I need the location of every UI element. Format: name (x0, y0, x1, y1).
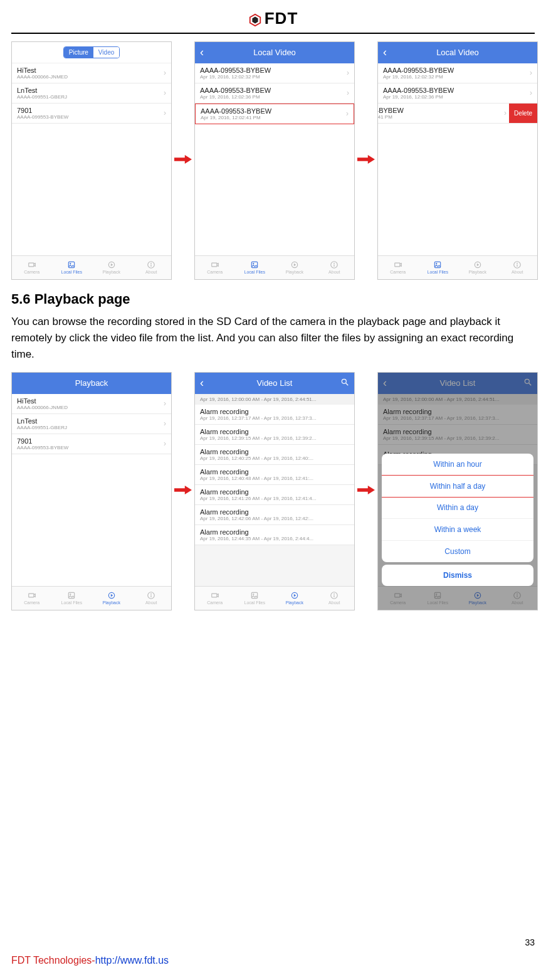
svg-marker-32 (111, 594, 113, 597)
list-item[interactable]: Alarm recordingApr 19, 2016, 12:41:26 AM… (195, 485, 354, 505)
list-item[interactable]: 7901AAAA-099553-BYBEW› (12, 434, 171, 454)
svg-marker-36 (174, 486, 192, 494)
tab-playback[interactable]: Playback (458, 256, 498, 279)
nav-title: Local Video (436, 48, 479, 57)
back-icon[interactable]: ‹ (200, 46, 204, 59)
footer-url: http://www.fdt.us (95, 955, 169, 966)
tab-local-files[interactable]: Local Files (418, 256, 458, 279)
tab-local-files[interactable]: Local Files (52, 587, 92, 610)
arrow-icon (357, 153, 375, 168)
tab-local-files[interactable]: Local Files (52, 256, 92, 279)
svg-rect-29 (69, 592, 75, 598)
tab-camera[interactable]: Camera (195, 587, 235, 610)
svg-marker-1 (252, 16, 258, 23)
tab-about[interactable]: About (315, 587, 355, 610)
tab-camera[interactable]: Camera (12, 587, 52, 610)
svg-point-37 (342, 379, 346, 383)
svg-point-30 (70, 594, 71, 595)
list-item[interactable]: HiTestAAAA-000066-JNMED› (12, 63, 171, 83)
svg-rect-12 (252, 262, 258, 267)
svg-marker-10 (174, 155, 192, 164)
tab-local-files[interactable]: Local Files (235, 587, 275, 610)
filter-option[interactable]: Within a week (382, 519, 533, 541)
screenshot-row-1: Picture Video HiTestAAAA-000066-JNMED›Ln… (11, 41, 535, 280)
list-item[interactable]: AAAA-099553-BYBEWApr 19, 2016, 12:02:36 … (195, 83, 354, 104)
delete-button[interactable]: Delete (509, 104, 537, 123)
svg-rect-2 (29, 263, 34, 267)
phone-video-list: ‹ Video List Apr 19, 2016, 12:00:00 AM -… (194, 372, 355, 610)
nav-segmented: Picture Video (12, 42, 171, 63)
tab-local-files[interactable]: Local Files (235, 256, 275, 279)
action-sheet: Within an hourWithin half a dayWithin a … (382, 454, 533, 586)
list-item[interactable]: Alarm recordingApr 19, 2016, 12:39:15 AM… (195, 425, 354, 445)
arrow-icon (174, 153, 192, 168)
list-item[interactable]: Alarm recordingApr 19, 2016, 12:40:25 AM… (195, 445, 354, 465)
svg-rect-28 (29, 594, 34, 597)
chevron-right-icon: › (164, 88, 166, 97)
footer-company: FDT Technologies- (11, 955, 95, 966)
list-item[interactable]: 7901AAAA-099553-BYBEW› (12, 104, 171, 124)
filter-option[interactable]: Within half a day (382, 475, 533, 498)
screenshot-row-2: Playback HiTestAAAA-000066-JNMED›LnTestA… (11, 372, 535, 610)
logo-icon (248, 12, 262, 26)
list-item[interactable]: Alarm recordingApr 19, 2016, 12:42:06 AM… (195, 505, 354, 525)
section-body: You can browse the recording stored in t… (11, 314, 535, 363)
phone-local-files: Picture Video HiTestAAAA-000066-JNMED›Ln… (11, 41, 172, 280)
list-item[interactable]: Alarm recordingApr 19, 2016, 12:44:35 AM… (195, 525, 354, 545)
arrow-icon (174, 484, 192, 498)
list-item[interactable]: 9553-BYBEW, 12:02:41 PM›Delete (378, 104, 537, 124)
tab-playback[interactable]: Playback (275, 256, 315, 279)
list-item[interactable]: AAAA-099553-BYBEWApr 19, 2016, 12:02:41 … (195, 104, 354, 124)
chevron-right-icon: › (164, 439, 166, 448)
tab-camera[interactable]: Camera (378, 256, 418, 279)
page-number: 33 (525, 937, 535, 947)
arrow-icon (357, 484, 375, 498)
filter-option[interactable]: Within an hour (382, 454, 533, 476)
tab-camera[interactable]: Camera (12, 256, 52, 279)
chevron-right-icon: › (346, 109, 349, 118)
back-icon[interactable]: ‹ (200, 376, 204, 390)
tab-about[interactable]: About (315, 256, 355, 279)
filter-option[interactable]: Custom (382, 541, 533, 562)
navbar: ‹ Local Video (195, 42, 354, 63)
svg-line-38 (346, 383, 349, 385)
phone-local-video: ‹ Local Video AAAA-099553-BYBEWApr 19, 2… (194, 41, 355, 280)
segmented-control[interactable]: Picture Video (63, 46, 120, 58)
list-item[interactable]: AAAA-099553-BYBEWApr 19, 2016, 12:02:36 … (378, 83, 537, 104)
tab-playback[interactable]: Playback (92, 587, 132, 610)
list-item[interactable]: AAAA-099553-BYBEWApr 19, 2016, 12:02:32 … (378, 63, 537, 83)
tab-playback[interactable]: Playback (92, 256, 132, 279)
nav-title: Playback (75, 378, 108, 388)
list-item[interactable]: HiTestAAAA-000066-JNMED› (12, 394, 171, 414)
seg-video[interactable]: Video (93, 47, 119, 58)
chevron-right-icon: › (164, 419, 166, 428)
tab-camera[interactable]: Camera (195, 256, 235, 279)
seg-picture[interactable]: Picture (64, 47, 93, 58)
nav-title: Video List (257, 378, 293, 388)
tab-about[interactable]: About (498, 256, 538, 279)
svg-marker-43 (294, 594, 297, 597)
search-icon[interactable] (340, 378, 349, 388)
page-footer: 33 FDT Technologies-http://www.fdt.us (11, 955, 535, 966)
svg-marker-47 (357, 486, 375, 494)
phone-playback: Playback HiTestAAAA-000066-JNMED›LnTestA… (11, 372, 172, 610)
list-item[interactable]: Alarm recordingApr 19, 2016, 12:40:48 AM… (195, 465, 354, 485)
chevron-right-icon: › (530, 88, 532, 97)
list-item[interactable]: AAAA-099553-BYBEWApr 19, 2016, 12:02:32 … (195, 63, 354, 83)
svg-point-4 (70, 263, 71, 264)
list-item[interactable]: LnTestAAAA-099551-GBERJ› (12, 414, 171, 434)
tab-about[interactable]: About (132, 587, 172, 610)
svg-point-41 (253, 594, 254, 595)
back-icon[interactable]: ‹ (383, 46, 387, 59)
filter-option[interactable]: Within a day (382, 497, 533, 519)
tab-about[interactable]: About (132, 256, 172, 279)
svg-marker-15 (294, 264, 297, 267)
chevron-right-icon: › (347, 68, 349, 77)
list-item[interactable]: LnTestAAAA-099551-GBERJ› (12, 83, 171, 104)
tab-playback[interactable]: Playback (275, 587, 315, 610)
chevron-right-icon: › (504, 109, 507, 117)
list-item[interactable]: Alarm recordingApr 19, 2016, 12:37:17 AM… (195, 405, 354, 425)
dismiss-button[interactable]: Dismiss (382, 565, 533, 586)
section-heading: 5.6 Playback page (11, 291, 535, 307)
svg-marker-19 (357, 155, 375, 164)
